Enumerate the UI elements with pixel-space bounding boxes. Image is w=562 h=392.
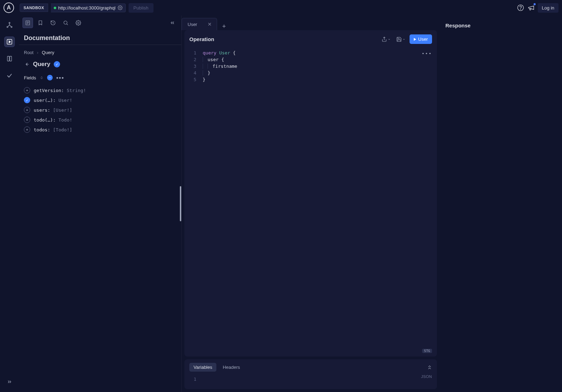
breadcrumb-root[interactable]: Root <box>24 50 33 55</box>
field-add-icon[interactable]: + <box>24 126 30 133</box>
response-title: Response <box>445 22 556 28</box>
field-add-icon[interactable]: + <box>24 87 30 93</box>
bookmark-icon[interactable] <box>35 18 46 28</box>
fields-header: Fields − ●●● <box>19 73 181 85</box>
top-bar: A SANDBOX http://localhost:3000/graphql … <box>0 0 562 15</box>
field-add-icon[interactable]: + <box>24 117 30 123</box>
stg-badge[interactable]: STG <box>422 349 432 353</box>
variables-editor[interactable]: JSON 1 <box>184 374 437 389</box>
svg-point-1 <box>517 5 523 11</box>
fields-menu-icon[interactable]: ●●● <box>56 76 64 80</box>
checks-icon[interactable] <box>4 70 15 81</box>
run-button[interactable]: User <box>410 34 432 44</box>
add-tab-icon[interactable]: + <box>218 23 229 30</box>
center-panel: User ✕ + Operation User <box>182 15 440 392</box>
schema-icon[interactable] <box>4 20 15 30</box>
tab-user[interactable]: User ✕ <box>182 18 217 30</box>
tab-label: User <box>188 22 197 27</box>
variables-panel: Variables Headers JSON 1 <box>184 359 437 389</box>
collapse-vars-icon[interactable] <box>427 365 432 370</box>
field-signature: todo(…): Todo! <box>34 117 72 123</box>
main-content: Documentation Root › Query Query ✓ Field… <box>0 15 562 392</box>
sandbox-badge[interactable]: SANDBOX <box>20 4 48 12</box>
field-add-icon[interactable]: + <box>24 107 30 113</box>
field-signature: user(…): User! <box>34 98 72 103</box>
endpoint-url: http://localhost:3000/graphql <box>58 5 116 11</box>
collapse-rail-icon[interactable] <box>4 377 15 387</box>
deselect-all-icon[interactable]: − <box>47 75 53 80</box>
close-tab-icon[interactable]: ✕ <box>208 21 212 27</box>
operation-container: Operation User ••• 1query User { 2user { <box>184 30 437 357</box>
panel-resize-handle[interactable] <box>180 186 181 221</box>
field-selected-icon[interactable]: ✓ <box>24 97 30 103</box>
back-arrow-icon[interactable] <box>24 61 30 67</box>
play-icon <box>414 38 416 41</box>
explorer-icon[interactable] <box>4 37 15 47</box>
left-rail <box>0 15 19 392</box>
doc-toolbar <box>19 15 181 30</box>
editor-menu-icon[interactable]: ••• <box>422 51 432 56</box>
fields-label: Fields <box>24 75 36 80</box>
notification-dot <box>534 3 536 5</box>
svg-point-3 <box>9 22 10 24</box>
query-heading-row: Query ✓ <box>19 59 181 73</box>
svg-point-5 <box>11 26 12 27</box>
history-icon[interactable] <box>48 18 58 28</box>
svg-point-4 <box>7 26 8 27</box>
svg-line-16 <box>67 24 68 25</box>
svg-point-0 <box>119 7 121 8</box>
tab-row: User ✕ + <box>182 15 440 30</box>
save-icon[interactable] <box>395 35 407 44</box>
breadcrumb-current: Query <box>42 50 54 55</box>
announcements-icon[interactable] <box>527 4 535 12</box>
svg-point-15 <box>64 21 67 24</box>
connection-status-dot <box>54 7 56 9</box>
apollo-logo[interactable]: A <box>4 2 14 13</box>
sort-icon[interactable] <box>40 76 44 80</box>
field-item[interactable]: +todo(…): Todo! <box>24 115 176 125</box>
share-icon[interactable] <box>380 35 392 44</box>
field-signature: getVersion: String! <box>34 88 86 93</box>
collapse-panel-icon[interactable] <box>167 18 178 28</box>
svg-rect-8 <box>7 56 9 61</box>
query-title: Query <box>33 61 50 68</box>
search-icon[interactable] <box>60 18 71 28</box>
json-format-label[interactable]: JSON <box>421 374 432 379</box>
breadcrumb-separator: › <box>37 50 38 55</box>
variables-header: Variables Headers <box>184 361 437 374</box>
settings-icon[interactable] <box>73 18 84 28</box>
doc-heading: Documentation <box>19 30 181 45</box>
endpoint-input[interactable]: http://localhost:3000/graphql <box>51 4 126 12</box>
help-icon[interactable] <box>517 4 524 12</box>
headers-tab[interactable]: Headers <box>218 363 244 372</box>
query-selected-badge[interactable]: ✓ <box>54 61 60 67</box>
operation-header: Operation User <box>184 30 437 48</box>
documentation-panel: Documentation Root › Query Query ✓ Field… <box>19 15 182 392</box>
field-signature: todos: [Todo!] <box>34 127 72 132</box>
field-item[interactable]: ✓user(…): User! <box>24 95 176 105</box>
diff-icon[interactable] <box>4 53 15 64</box>
operation-title: Operation <box>189 36 377 42</box>
field-item[interactable]: +getVersion: String! <box>24 85 176 95</box>
breadcrumb: Root › Query <box>19 45 181 59</box>
publish-button[interactable]: Publish <box>129 3 153 13</box>
doc-view-icon[interactable] <box>22 18 33 28</box>
field-list: +getVersion: String!✓user(…): User!+user… <box>19 85 181 135</box>
field-signature: users: [User!] <box>34 107 72 113</box>
run-label: User <box>418 37 428 42</box>
field-item[interactable]: +users: [User!] <box>24 105 176 115</box>
response-panel: Response <box>440 15 562 392</box>
variables-tab[interactable]: Variables <box>189 363 216 372</box>
svg-marker-7 <box>9 41 11 43</box>
svg-point-17 <box>78 22 79 24</box>
endpoint-settings-icon[interactable] <box>118 5 123 10</box>
svg-point-2 <box>520 9 521 9</box>
login-button[interactable]: Log in <box>538 3 558 13</box>
field-item[interactable]: +todos: [Todo!] <box>24 125 176 135</box>
code-editor[interactable]: ••• 1query User { 2user { 3firstname 4} … <box>184 48 437 357</box>
svg-rect-9 <box>10 56 12 61</box>
